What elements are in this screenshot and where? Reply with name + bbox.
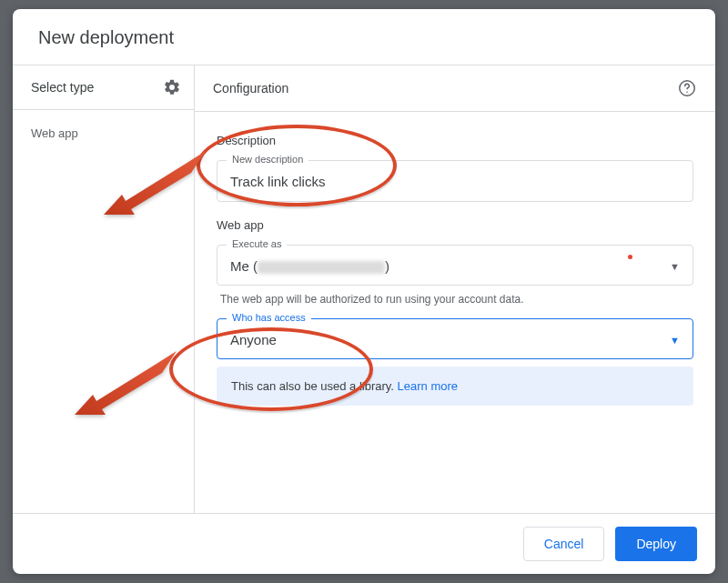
deployment-type-list: Web app — [13, 110, 194, 156]
select-type-label: Select type — [31, 80, 94, 95]
web-app-heading: Web app — [217, 218, 693, 232]
who-has-access-value: Anyone — [230, 332, 662, 347]
cancel-button[interactable]: Cancel — [523, 527, 605, 561]
gear-icon[interactable] — [163, 78, 181, 96]
configuration-header: Configuration — [195, 65, 715, 112]
new-description-label: New description — [227, 154, 308, 165]
svg-point-1 — [686, 91, 688, 93]
execute-as-select[interactable]: Execute as Me () ▼ — [217, 245, 693, 286]
red-dot-indicator — [628, 255, 632, 259]
dialog-body: Select type Web app Configuration Descri… — [13, 65, 715, 514]
select-type-header: Select type — [13, 65, 194, 110]
dialog-title: New deployment — [13, 9, 715, 65]
who-has-access-label: Who has access — [227, 312, 311, 323]
execute-as-helper: The web app will be authorized to run us… — [220, 293, 690, 306]
configuration-form: Description New description Web app Exec… — [195, 112, 715, 415]
account-email-redacted — [258, 261, 385, 274]
who-has-access-select[interactable]: Who has access Anyone ▼ — [217, 318, 693, 359]
deploy-button[interactable]: Deploy — [615, 527, 697, 561]
execute-as-suffix: ) — [385, 258, 389, 274]
select-type-pane: Select type Web app — [13, 65, 195, 513]
new-description-input[interactable] — [230, 174, 680, 189]
execute-as-value: Me () — [230, 258, 662, 274]
learn-more-link[interactable]: Learn more — [398, 379, 458, 393]
dialog-footer: Cancel Deploy — [13, 514, 715, 574]
new-description-field[interactable]: New description — [217, 160, 693, 202]
chevron-down-icon: ▼ — [670, 261, 680, 272]
configuration-pane: Configuration Description New descriptio… — [195, 65, 715, 513]
description-heading: Description — [217, 134, 693, 147]
library-info-banner: This can also be used a library. Learn m… — [217, 367, 693, 406]
chevron-down-icon: ▼ — [670, 335, 680, 346]
execute-as-prefix: Me ( — [230, 258, 258, 274]
execute-as-label: Execute as — [227, 238, 287, 249]
type-item-web-app[interactable]: Web app — [31, 123, 176, 144]
help-icon[interactable] — [677, 78, 697, 98]
new-deployment-dialog: New deployment Select type Web app Confi… — [13, 9, 715, 574]
configuration-label: Configuration — [213, 81, 288, 95]
library-info-text: This can also be used a library. — [231, 379, 398, 393]
